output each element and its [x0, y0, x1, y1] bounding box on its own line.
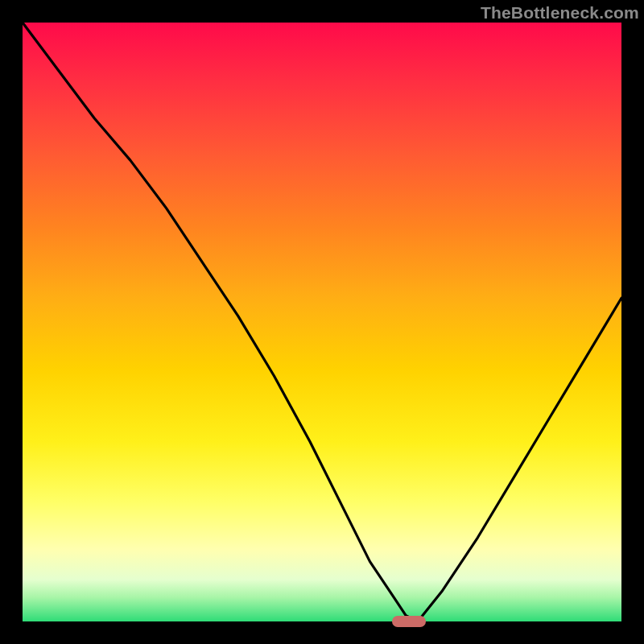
plot-area [23, 23, 621, 621]
watermark-text: TheBottleneck.com [481, 3, 639, 23]
chart-stage: TheBottleneck.com [0, 0, 644, 644]
optimal-marker [392, 616, 426, 627]
bottleneck-curve [23, 23, 621, 621]
